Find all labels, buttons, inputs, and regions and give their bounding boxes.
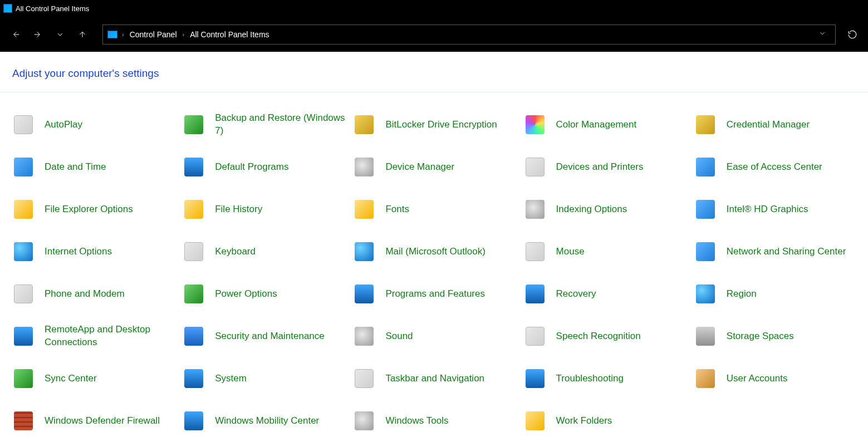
device-manager-icon [353, 156, 375, 178]
network-sharing-icon [694, 240, 717, 263]
control-panel-item-region[interactable]: Region [694, 281, 865, 307]
control-panel-item-indexing-options[interactable]: Indexing Options [524, 196, 694, 223]
control-panel-item-remoteapp[interactable]: RemoteApp and Desktop Connections [12, 323, 183, 350]
control-panel-item-credential-manager[interactable]: Credential Manager [694, 111, 865, 138]
control-panel-item-storage-spaces[interactable]: Storage Spaces [694, 323, 865, 350]
control-panel-item-sound[interactable]: Sound [353, 323, 523, 350]
windows-tools-icon [353, 410, 375, 432]
chevron-down-icon [56, 30, 65, 39]
control-panel-item-user-accounts[interactable]: User Accounts [694, 365, 865, 392]
control-panel-item-backup-restore[interactable]: Backup and Restore (Windows 7) [183, 111, 353, 138]
color-management-icon [524, 114, 546, 136]
security-maint-icon [183, 325, 205, 347]
up-button[interactable] [72, 24, 92, 45]
page-title: Adjust your computer's settings [12, 67, 868, 80]
back-button[interactable] [6, 24, 26, 45]
control-panel-item-defender-firewall[interactable]: Windows Defender Firewall [12, 407, 183, 434]
control-panel-item-default-programs[interactable]: Default Programs [183, 154, 353, 180]
control-panel-item-label: Windows Mobility Center [215, 415, 319, 428]
forward-button[interactable] [28, 24, 48, 45]
control-panel-item-file-history[interactable]: File History [183, 196, 353, 223]
bitlocker-icon [353, 114, 375, 136]
control-panel-item-label: Mouse [556, 245, 585, 258]
control-panel-item-label: Date and Time [45, 161, 106, 174]
control-panel-item-fonts[interactable]: Fonts [353, 196, 523, 223]
control-panel-item-label: Backup and Restore (Windows 7) [215, 112, 347, 138]
programs-features-icon [353, 283, 375, 305]
control-panel-item-device-manager[interactable]: Device Manager [353, 154, 523, 180]
control-panel-item-keyboard[interactable]: Keyboard [183, 238, 353, 265]
control-panel-item-label: Work Folders [556, 415, 612, 428]
power-options-icon [183, 283, 205, 305]
control-panel-item-programs-features[interactable]: Programs and Features [353, 281, 523, 307]
control-panel-item-date-time[interactable]: Date and Time [12, 154, 183, 180]
control-panel-icon [107, 31, 117, 38]
control-panel-item-bitlocker[interactable]: BitLocker Drive Encryption [353, 111, 523, 138]
control-panel-item-label: BitLocker Drive Encryption [385, 119, 497, 131]
taskbar-navigation-icon [353, 367, 375, 390]
control-panel-item-label: Default Programs [215, 161, 288, 174]
file-history-icon [183, 198, 205, 220]
recent-locations-button[interactable] [50, 24, 70, 45]
control-panel-item-color-management[interactable]: Color Management [524, 111, 694, 138]
mobility-center-icon [183, 410, 205, 432]
control-panel-item-internet-options[interactable]: Internet Options [12, 238, 183, 265]
control-panel-item-label: Ease of Access Center [727, 161, 822, 174]
control-panel-item-system[interactable]: System [183, 365, 353, 392]
control-panel-item-label: User Accounts [727, 372, 788, 385]
control-panel-item-label: Devices and Printers [556, 161, 644, 174]
control-panel-item-label: Programs and Features [385, 288, 485, 301]
control-panel-item-recovery[interactable]: Recovery [524, 281, 694, 307]
devices-printers-icon [524, 156, 546, 178]
address-history-button[interactable] [814, 30, 831, 39]
control-panel-item-file-explorer-opts[interactable]: File Explorer Options [12, 196, 183, 223]
control-panel-item-sync-center[interactable]: Sync Center [12, 365, 183, 392]
breadcrumb-all-items[interactable]: All Control Panel Items [187, 29, 272, 40]
control-panel-item-label: Recovery [556, 288, 596, 301]
control-panel-item-label: Internet Options [45, 245, 112, 258]
control-panel-item-label: Windows Defender Firewall [45, 415, 160, 428]
control-panel-item-mouse[interactable]: Mouse [524, 238, 694, 265]
control-panel-item-label: Color Management [556, 119, 637, 131]
recovery-icon [524, 283, 546, 305]
control-panel-item-security-maint[interactable]: Security and Maintenance [183, 323, 353, 350]
system-icon [183, 367, 205, 390]
address-bar[interactable]: › Control Panel › All Control Panel Item… [102, 24, 836, 45]
control-panel-item-power-options[interactable]: Power Options [183, 281, 353, 307]
phone-modem-icon [12, 283, 35, 305]
sync-center-icon [12, 367, 35, 390]
control-panel-item-label: Indexing Options [556, 203, 627, 216]
mail-outlook-icon [353, 240, 375, 263]
backup-restore-icon [183, 114, 205, 136]
control-panel-item-label: File Explorer Options [45, 203, 133, 216]
control-panel-item-ease-of-access[interactable]: Ease of Access Center [694, 154, 865, 180]
control-panel-item-mail-outlook[interactable]: Mail (Microsoft Outlook) [353, 238, 523, 265]
control-panel-item-label: Speech Recognition [556, 330, 641, 343]
storage-spaces-icon [694, 325, 717, 347]
arrow-left-icon [11, 30, 20, 39]
breadcrumb-control-panel[interactable]: Control Panel [126, 29, 180, 40]
user-accounts-icon [694, 367, 717, 390]
control-panel-item-troubleshooting[interactable]: Troubleshooting [524, 365, 694, 392]
control-panel-item-autoplay[interactable]: AutoPlay [12, 111, 183, 138]
control-panel-item-mobility-center[interactable]: Windows Mobility Center [183, 407, 353, 434]
control-panel-item-label: Sync Center [45, 372, 97, 385]
control-panel-item-label: File History [215, 203, 262, 216]
control-panel-item-label: Mail (Microsoft Outlook) [385, 245, 485, 258]
control-panel-item-work-folders[interactable]: Work Folders [524, 407, 694, 434]
troubleshooting-icon [524, 367, 546, 390]
control-panel-item-network-sharing[interactable]: Network and Sharing Center [694, 238, 865, 265]
control-panel-item-label: RemoteApp and Desktop Connections [45, 323, 177, 349]
control-panel-item-intel-hd-graphics[interactable]: Intel® HD Graphics [694, 196, 865, 223]
control-panel-item-taskbar-navigation[interactable]: Taskbar and Navigation [353, 365, 523, 392]
control-panel-item-windows-tools[interactable]: Windows Tools [353, 407, 523, 434]
control-panel-item-devices-printers[interactable]: Devices and Printers [524, 154, 694, 180]
control-panel-item-phone-modem[interactable]: Phone and Modem [12, 281, 183, 307]
control-panel-item-speech-recognition[interactable]: Speech Recognition [524, 323, 694, 350]
mouse-icon [524, 240, 546, 263]
content-area: Adjust your computer's settings AutoPlay… [0, 52, 868, 434]
control-panel-item-label: Storage Spaces [727, 330, 794, 343]
autoplay-icon [12, 114, 35, 136]
speech-recognition-icon [524, 325, 546, 347]
refresh-button[interactable] [842, 24, 862, 45]
